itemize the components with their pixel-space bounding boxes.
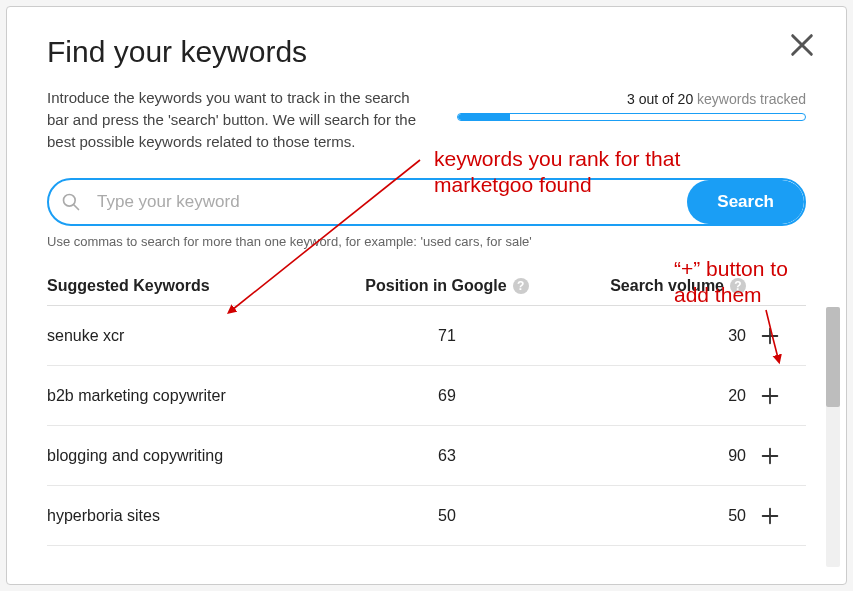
- suggested-keywords-table: Suggested Keywords Position in Google ? …: [47, 277, 806, 546]
- help-icon[interactable]: ?: [730, 278, 746, 294]
- col-header-volume: Search volume ?: [547, 277, 756, 295]
- cell-volume: 50: [547, 507, 756, 525]
- tracked-total: 20: [678, 91, 694, 107]
- cell-keyword: blogging and copywriting: [47, 447, 347, 465]
- find-keywords-modal: Find your keywords Introduce the keyword…: [6, 6, 847, 585]
- add-keyword-button[interactable]: [756, 442, 784, 470]
- table-body: senuke xcr7130b2b marketing copywriter69…: [47, 306, 806, 546]
- tracked-used: 3: [627, 91, 635, 107]
- cell-volume: 30: [547, 327, 756, 345]
- cell-action: [756, 322, 806, 350]
- col-header-action: [756, 277, 806, 295]
- help-icon[interactable]: ?: [513, 278, 529, 294]
- cell-keyword: hyperboria sites: [47, 507, 347, 525]
- search-hint: Use commas to search for more than one k…: [47, 234, 806, 249]
- cell-action: [756, 442, 806, 470]
- table-row: blogging and copywriting6390: [47, 426, 806, 486]
- search-icon: [49, 180, 93, 224]
- tracking-progress-bar: [457, 113, 806, 121]
- add-keyword-button[interactable]: [756, 322, 784, 350]
- table-header-row: Suggested Keywords Position in Google ? …: [47, 277, 806, 306]
- tracked-out-of: out of: [639, 91, 674, 107]
- keyword-search-input[interactable]: [93, 180, 687, 224]
- col-header-keyword: Suggested Keywords: [47, 277, 347, 295]
- close-icon[interactable]: [788, 31, 816, 59]
- search-bar: Search: [47, 178, 806, 226]
- cell-volume: 20: [547, 387, 756, 405]
- cell-position: 69: [347, 387, 547, 405]
- scrollbar[interactable]: [826, 307, 840, 567]
- table-row: hyperboria sites5050: [47, 486, 806, 546]
- cell-action: [756, 382, 806, 410]
- cell-position: 71: [347, 327, 547, 345]
- cell-action: [756, 502, 806, 530]
- cell-position: 50: [347, 507, 547, 525]
- modal-intro: Introduce the keywords you want to track…: [47, 87, 417, 152]
- cell-position: 63: [347, 447, 547, 465]
- table-row: b2b marketing copywriter6920: [47, 366, 806, 426]
- col-header-position: Position in Google ?: [347, 277, 547, 295]
- scrollbar-thumb[interactable]: [826, 307, 840, 407]
- tracked-units: keywords tracked: [697, 91, 806, 107]
- tracking-status: 3 out of 20 keywords tracked: [457, 87, 806, 121]
- cell-volume: 90: [547, 447, 756, 465]
- table-row: senuke xcr7130: [47, 306, 806, 366]
- tracking-progress-fill: [458, 114, 510, 120]
- add-keyword-button[interactable]: [756, 502, 784, 530]
- cell-keyword: b2b marketing copywriter: [47, 387, 347, 405]
- modal-subheader: Introduce the keywords you want to track…: [47, 87, 806, 152]
- modal-title: Find your keywords: [47, 35, 806, 69]
- cell-keyword: senuke xcr: [47, 327, 347, 345]
- search-button[interactable]: Search: [687, 180, 804, 224]
- tracking-count-text: 3 out of 20 keywords tracked: [457, 91, 806, 107]
- add-keyword-button[interactable]: [756, 382, 784, 410]
